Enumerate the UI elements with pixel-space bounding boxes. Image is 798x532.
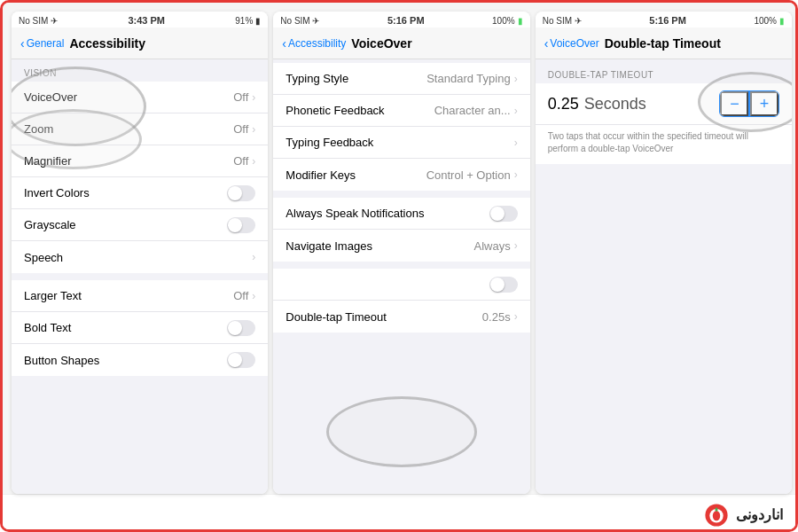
nav-back-2[interactable]: ‹ Accessibility xyxy=(282,36,346,51)
chevron-navigate: › xyxy=(514,239,518,252)
nav-title-1: Accessibility xyxy=(69,36,145,51)
chevron-larger-text: › xyxy=(252,290,255,302)
screen-voiceover: No SIM ✈ 5:16 PM 100% ▮ ‹ Accessibility … xyxy=(273,12,529,494)
battery-icon-2: ▮ xyxy=(518,16,523,26)
status-time-3: 5:16 PM xyxy=(649,15,686,26)
chevron-phonetic: › xyxy=(514,105,518,117)
list-item-voiceover[interactable]: VoiceOver Off › xyxy=(12,82,268,113)
chevron-doubletap: › xyxy=(514,310,518,323)
screens-row: No SIM ✈ 3:43 PM 91% ▮ ‹ General Accessi… xyxy=(3,3,798,494)
list-item-speech[interactable]: Speech › xyxy=(12,241,268,273)
voiceover-section1: Typing Style Standard Typing › Phonetic … xyxy=(273,63,529,191)
status-bar-1: No SIM ✈ 3:43 PM 91% ▮ xyxy=(12,12,268,27)
timeout-stepper[interactable]: − + xyxy=(719,90,779,117)
nav-back-3[interactable]: ‹ VoiceOver xyxy=(544,36,599,51)
list-item-modifier-keys[interactable]: Modifier Keys Control + Option › xyxy=(273,159,529,191)
chevron-speech: › xyxy=(252,251,255,263)
timeout-description: Two taps that occur within the specified… xyxy=(536,125,792,164)
status-bar-2: No SIM ✈ 5:16 PM 100% ▮ xyxy=(273,12,529,27)
chevron-modifier: › xyxy=(514,168,518,181)
status-time-2: 5:16 PM xyxy=(387,15,425,26)
voiceover-section3: Double-tap Timeout 0.25s › xyxy=(273,269,529,332)
status-carrier-2: No SIM ✈ xyxy=(280,16,319,26)
list-item-navigate-images[interactable]: Navigate Images Always › xyxy=(273,230,529,262)
list-item-grayscale[interactable]: Grayscale xyxy=(12,209,268,241)
chevron-magnifier: › xyxy=(252,155,255,168)
nav-back-label-1: General xyxy=(27,37,65,50)
nav-back-label-3: VoiceOver xyxy=(550,37,598,50)
toggle-grayscale[interactable] xyxy=(227,217,255,233)
nav-bar-3: ‹ VoiceOver Double-tap Timeout xyxy=(536,27,792,59)
app-container: No SIM ✈ 3:43 PM 91% ▮ ‹ General Accessi… xyxy=(3,3,798,532)
list-item-zoom[interactable]: Zoom Off › xyxy=(12,113,268,145)
accessibility-section2: Larger Text Off › Bold Text Button Shape… xyxy=(12,280,268,376)
screen-doubletap-timeout: No SIM ✈ 5:16 PM 100% ▮ ‹ VoiceOver Doub… xyxy=(536,12,792,494)
watermark-logo-icon xyxy=(704,503,729,528)
list-item-always-speak[interactable]: Always Speak Notifications xyxy=(273,198,529,230)
chevron-zoom: › xyxy=(252,123,255,136)
list-item-typing-style[interactable]: Typing Style Standard Typing › xyxy=(273,63,529,95)
timeout-value-row: 0.25 Seconds − + xyxy=(536,83,792,125)
list-item-magnifier[interactable]: Magnifier Off › xyxy=(12,145,268,177)
list-item-toggle-empty[interactable] xyxy=(273,269,529,301)
list-item-typing-feedback[interactable]: Typing Feedback › xyxy=(273,127,529,159)
toggle-always-speak[interactable] xyxy=(489,206,518,222)
vision-list: VoiceOver Off › Zoom Off › xyxy=(12,82,268,273)
list-item-double-tap[interactable]: Double-tap Timeout 0.25s › xyxy=(273,301,529,332)
nav-bar-2: ‹ Accessibility VoiceOver xyxy=(273,27,529,59)
status-carrier-1: No SIM ✈ xyxy=(19,16,58,26)
separator-2c xyxy=(273,262,529,269)
nav-bar-1: ‹ General Accessibility xyxy=(12,27,268,59)
screen3-content: DOUBLE-TAP TIMEOUT 0.25 Seconds − + Two … xyxy=(536,59,792,494)
toggle-button-shapes[interactable] xyxy=(227,352,255,368)
battery-icon-3: ▮ xyxy=(779,16,785,26)
chevron-typing-feedback: › xyxy=(514,137,518,149)
svg-point-2 xyxy=(713,511,720,520)
vision-header: VISION xyxy=(12,59,268,82)
toggle-invert-colors[interactable] xyxy=(227,185,255,201)
chevron-voiceover: › xyxy=(252,91,255,104)
svg-rect-3 xyxy=(716,507,718,511)
list-item-button-shapes[interactable]: Button Shapes xyxy=(12,344,268,376)
status-battery-1: 91% ▮ xyxy=(235,16,261,26)
timeout-value-display: 0.25 xyxy=(548,95,579,113)
nav-back-chevron-1: ‹ xyxy=(20,36,25,51)
status-bar-3: No SIM ✈ 5:16 PM 100% ▮ xyxy=(536,12,792,27)
timeout-unit-display: Seconds xyxy=(584,95,646,113)
list-item-phonetic-feedback[interactable]: Phonetic Feedback Character an... › xyxy=(273,95,529,127)
toggle-empty[interactable] xyxy=(489,277,518,293)
toggle-bold-text[interactable] xyxy=(227,320,255,336)
chevron-typing-style: › xyxy=(514,73,518,85)
status-battery-3: 100% ▮ xyxy=(754,16,785,26)
nav-back-chevron-3: ‹ xyxy=(544,36,549,51)
list-item-invert-colors[interactable]: Invert Colors xyxy=(12,177,268,209)
nav-back-1[interactable]: ‹ General xyxy=(20,36,64,51)
battery-icon-1: ▮ xyxy=(255,16,261,26)
screen-accessibility: No SIM ✈ 3:43 PM 91% ▮ ‹ General Accessi… xyxy=(12,12,268,494)
voiceover-section2: Always Speak Notifications Navigate Imag… xyxy=(273,198,529,262)
timeout-section-header: DOUBLE-TAP TIMEOUT xyxy=(536,65,792,83)
screen2-content: Typing Style Standard Typing › Phonetic … xyxy=(273,59,529,494)
stepper-plus-button[interactable]: + xyxy=(750,91,778,116)
status-carrier-3: No SIM ✈ xyxy=(543,16,582,26)
status-time-1: 3:43 PM xyxy=(128,15,165,26)
nav-back-chevron-2: ‹ xyxy=(282,36,286,51)
list-item-bold-text[interactable]: Bold Text xyxy=(12,312,268,344)
nav-title-3: Double-tap Timeout xyxy=(605,36,721,51)
separator-1 xyxy=(12,273,268,280)
separator-2b xyxy=(273,191,529,198)
nav-title-2: VoiceOver xyxy=(351,36,411,51)
nav-back-label-2: Accessibility xyxy=(288,37,346,50)
list-item-larger-text[interactable]: Larger Text Off › xyxy=(12,280,268,312)
stepper-minus-button[interactable]: − xyxy=(720,91,748,116)
watermark-text: اناردونی xyxy=(736,506,783,523)
status-battery-2: 100% ▮ xyxy=(492,16,523,26)
screen1-content: VISION VoiceOver Off › Zoom Off › xyxy=(12,59,268,494)
watermark-bar: اناردونی xyxy=(3,494,798,532)
